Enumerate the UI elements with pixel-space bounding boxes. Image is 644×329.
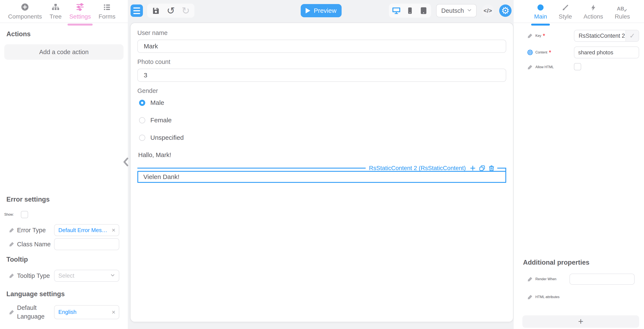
properties-sidebar: Main Style Actions AB✔ Rules Ke	[514, 0, 644, 329]
tab-tree[interactable]: Tree	[50, 3, 62, 20]
tab-forms-label: Forms	[98, 13, 116, 20]
html-attributes-label: HTML attributes	[536, 295, 639, 299]
tab-forms[interactable]: Forms	[98, 3, 116, 20]
tab-tree-label: Tree	[50, 13, 62, 20]
ab-check-icon: AB✔	[617, 3, 628, 11]
tab-rules[interactable]: AB✔ Rules	[614, 3, 630, 20]
tab-actions-label: Actions	[584, 13, 603, 20]
gender-option-label: Unspecified	[150, 134, 184, 141]
static-content-element[interactable]: Vielen Dank!	[137, 171, 506, 183]
render-when-input-wrap	[570, 274, 635, 285]
gear-button[interactable]: ⚙	[499, 5, 512, 17]
error-type-label: Error Type	[17, 227, 54, 234]
add-component-icon[interactable]	[470, 165, 476, 171]
content-input[interactable]	[578, 49, 635, 56]
actions-section: Actions Add a code action	[0, 30, 128, 60]
class-name-label: Class Name	[17, 241, 54, 248]
default-language-select[interactable]: English ×	[54, 305, 119, 319]
error-type-value: Default Error Mess…	[58, 227, 110, 233]
allow-html-checkbox[interactable]	[574, 63, 581, 70]
tooltip-section: Tooltip Tooltip Type Select	[0, 256, 128, 284]
pen-icon	[526, 33, 534, 39]
show-checkbox[interactable]	[21, 211, 28, 218]
selected-component[interactable]: RsStaticContent 2 (RsStaticContent) Viel…	[137, 171, 506, 183]
language-settings-section: Language settings Default Language Engli…	[0, 290, 128, 323]
gender-label: Gender	[137, 87, 506, 94]
additional-properties-heading: Additional properties	[523, 259, 644, 266]
render-when-label: Render When	[536, 277, 570, 281]
clear-icon[interactable]: ×	[112, 226, 116, 234]
redo-button[interactable]: ↻	[180, 5, 192, 17]
tab-style[interactable]: Style	[558, 3, 572, 20]
error-type-select[interactable]: Default Error Mess… ×	[54, 224, 119, 236]
tab-components[interactable]: Components	[8, 3, 42, 20]
radio-icon[interactable]	[139, 135, 145, 141]
bolt-icon	[590, 3, 597, 11]
code-view-button[interactable]: </>	[482, 5, 494, 17]
delete-component-icon[interactable]	[488, 165, 495, 171]
class-name-input-wrap	[54, 238, 119, 250]
phone-device-button[interactable]	[405, 5, 415, 17]
pen-icon	[8, 227, 15, 233]
editor-toolbar: ↺ ↻ Preview Deutsch	[130, 4, 512, 18]
photo-count-input[interactable]	[144, 72, 500, 79]
tab-settings[interactable]: Settings	[69, 3, 91, 20]
tab-style-label: Style	[558, 13, 572, 20]
tooltip-type-label: Tooltip Type	[17, 272, 54, 279]
add-property-button[interactable]: +	[522, 315, 639, 328]
preview-button[interactable]: Preview	[301, 4, 342, 17]
left-sidebar: Components Tree Settings Forms Actions A…	[0, 0, 128, 329]
menu-button[interactable]	[130, 5, 143, 17]
actions-heading: Actions	[6, 30, 124, 38]
key-label: Key*	[536, 32, 574, 40]
error-settings-heading: Error settings	[6, 196, 128, 203]
tab-settings-label: Settings	[69, 13, 91, 20]
radio-selected-icon[interactable]	[139, 100, 145, 106]
pen-icon	[526, 276, 534, 282]
radio-icon[interactable]	[139, 117, 145, 123]
language-selector[interactable]: Deutsch	[436, 4, 476, 17]
pen-icon	[526, 294, 534, 300]
preview-label: Preview	[314, 7, 336, 14]
add-code-action-button[interactable]: Add a code action	[4, 44, 124, 60]
error-settings-section: Error settings Show: Error Type Default …	[0, 196, 128, 252]
copy-component-icon[interactable]	[479, 165, 485, 171]
confirm-check-icon[interactable]: ✓	[626, 30, 639, 41]
key-input-wrap: ✓	[574, 30, 639, 42]
editor-area: ↺ ↻ Preview Deutsch	[128, 0, 514, 329]
tooltip-type-select[interactable]: Select	[54, 270, 119, 282]
collapse-left-panel-button[interactable]	[121, 156, 131, 168]
language-selector-value: Deutsch	[441, 7, 466, 14]
photo-count-label: Photo count	[137, 58, 506, 65]
save-button[interactable]	[150, 5, 162, 17]
left-tabbar: Components Tree Settings Forms	[0, 0, 128, 23]
form-canvas: User name Photo count Gender Male Female…	[130, 23, 514, 322]
pen-icon	[8, 241, 15, 247]
class-name-input[interactable]	[58, 241, 116, 248]
gender-option-female[interactable]: Female	[139, 117, 506, 124]
render-when-input[interactable]	[574, 276, 631, 282]
username-input[interactable]	[144, 43, 500, 50]
selection-label-row: RsStaticContent 2 (RsStaticContent)	[137, 164, 506, 172]
tab-main-label: Main	[534, 13, 547, 20]
sliders-icon	[76, 3, 84, 11]
undo-button[interactable]: ↺	[164, 5, 177, 17]
chevron-down-icon	[466, 7, 472, 14]
gender-option-male[interactable]: Male	[139, 99, 506, 106]
chevron-down-icon	[110, 272, 116, 279]
component-properties-section: Key* ✓ Content* Allow HTML	[514, 30, 644, 76]
pen-icon	[526, 64, 534, 70]
tablet-device-button[interactable]	[418, 5, 429, 17]
gender-option-unspecified[interactable]: Unspecified	[139, 134, 506, 141]
tab-actions[interactable]: Actions	[584, 3, 603, 20]
gender-option-label: Male	[150, 99, 164, 106]
username-input-wrap	[137, 40, 506, 53]
pen-icon	[8, 273, 15, 279]
tab-main[interactable]: Main	[534, 3, 547, 20]
clear-icon[interactable]: ×	[112, 308, 116, 316]
desktop-device-button[interactable]	[391, 5, 402, 17]
gender-option-label: Female	[150, 117, 172, 124]
default-language-label: Default Language	[17, 303, 54, 321]
circle-icon	[537, 3, 544, 11]
key-input[interactable]	[574, 33, 626, 39]
